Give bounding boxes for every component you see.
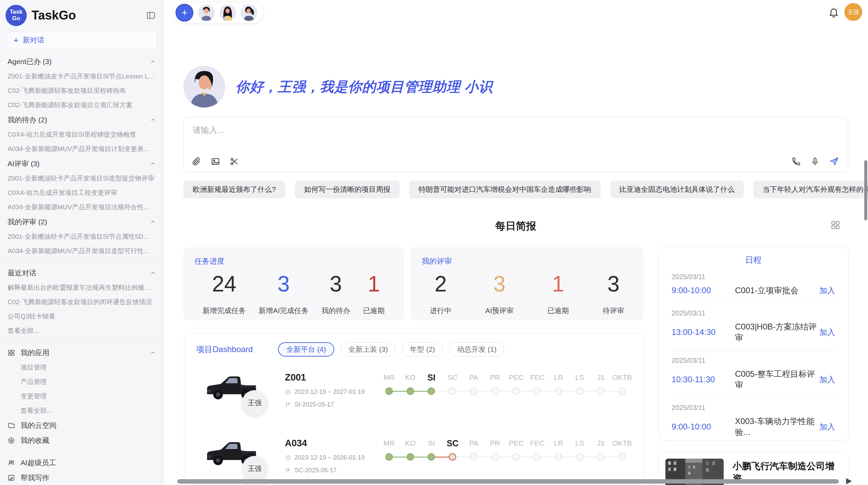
milestone-label: LR xyxy=(548,372,569,383)
chat-input[interactable] xyxy=(184,117,848,148)
sidebar-section-agent-done[interactable]: Agent已办 (3) xyxy=(0,54,164,69)
divider xyxy=(0,341,164,342)
sidebar-item[interactable]: A034-全新新能源MUV产品开发项目造型可行性评审 xyxy=(0,244,164,258)
sidebar-item[interactable]: C0X4-动力总成开发项目工程变更评审 xyxy=(0,186,164,200)
notifications-button[interactable] xyxy=(828,7,839,18)
dashboard-title: 项目Dashboard xyxy=(196,344,253,355)
sidebar-item[interactable]: 解释最新出台的欧盟报废车法规再生塑料比例被调至15%... xyxy=(0,281,164,295)
sidebar-app-item[interactable]: 项目管理 xyxy=(0,360,164,375)
assistant-avatar xyxy=(183,66,225,108)
milestone-label: PA xyxy=(463,437,484,449)
paperclip-icon xyxy=(192,157,201,166)
image-upload-button[interactable] xyxy=(211,157,220,166)
tab-new-body[interactable]: 全新上装 (3) xyxy=(340,342,396,357)
suggestion-chip[interactable]: 当下年轻人对汽车外观有怎样的喜好趋势 xyxy=(754,181,868,198)
join-link[interactable]: 加入 xyxy=(819,422,835,432)
snippet-button[interactable] xyxy=(230,157,239,166)
chevron-up-icon xyxy=(150,117,156,123)
dashboard-header: 项目Dashboard 全新平台 (4) 全新上装 (3) 年型 (2) 动总开… xyxy=(184,333,643,357)
milestone-dot xyxy=(463,453,484,461)
user-avatar[interactable]: 王强 xyxy=(844,3,862,21)
horizontal-scrollbar[interactable] xyxy=(177,479,839,484)
suggestion-chip[interactable]: 特朗普可能对进口汽车增税会对中国车企造成哪些影响 xyxy=(409,181,601,198)
event-title: C001-立项审批会 xyxy=(735,285,819,296)
stat-value: 3 xyxy=(322,273,350,296)
sidebar-item[interactable]: Z001-全新燃油轻卡产品开发项目SI造型提交物评审 xyxy=(0,171,164,186)
schedule-title: 日程 xyxy=(659,254,848,265)
chevron-up-icon xyxy=(150,219,156,225)
sidebar-item[interactable]: A034-全新新能源MUV产品开发项目计划变更表编写 xyxy=(0,142,164,156)
milestone-dot xyxy=(527,387,548,395)
sidebar-item-ai-employee[interactable]: AI超级员工 xyxy=(0,455,164,470)
sidebar-item-favorites[interactable]: 我的收藏 xyxy=(0,433,164,448)
my-review-card: 我的评审 2进行中 3AI预评审 1已逾期 3待评审 xyxy=(411,247,643,320)
suggestion-chip[interactable]: 比亚迪全固态电池计划具体说了什么 xyxy=(610,181,744,198)
member-avatar[interactable] xyxy=(198,4,215,21)
milestone-dot xyxy=(569,453,590,461)
milestone-dot-done xyxy=(421,453,442,461)
sidebar-item[interactable]: C0X4-动力总成开发项目SI里程碑提交物检查 xyxy=(0,127,164,142)
stat: 2进行中 xyxy=(430,273,451,315)
sidebar-section-my-todo[interactable]: 我的待办 (2) xyxy=(0,112,164,127)
milestone-label: OKTB xyxy=(612,437,633,449)
sidebar-app-item[interactable]: 变更管理 xyxy=(0,389,164,403)
sidebar-collapse-button[interactable] xyxy=(146,10,156,21)
briefing-layout-button[interactable] xyxy=(830,220,841,230)
voice-call-button[interactable] xyxy=(792,157,801,166)
project-image: 王强 xyxy=(204,368,270,420)
ai-employee-label: AI超级员工 xyxy=(21,458,56,468)
new-chat-button[interactable]: + 新对话 xyxy=(7,32,157,49)
bell-icon xyxy=(828,7,839,18)
help-write-label: 帮我写作 xyxy=(21,473,49,483)
vertical-scrollbar[interactable] xyxy=(864,160,867,220)
sidebar-section-recent-chats[interactable]: 最近对话 xyxy=(0,265,164,281)
sidebar-item[interactable]: C02-飞腾新能源轻客改款项目里程碑画布 xyxy=(0,84,164,98)
milestone-dot xyxy=(484,453,506,461)
sidebar-item-cloud-space[interactable]: 我的云空间 xyxy=(0,418,164,433)
event-date: 2025/03/11 xyxy=(672,309,835,317)
sidebar-item-help-write[interactable]: 帮我写作 xyxy=(0,470,164,485)
tab-year-model[interactable]: 年型 (2) xyxy=(402,342,443,357)
milestone-dot xyxy=(442,387,463,395)
mic-button[interactable] xyxy=(810,157,820,166)
sidebar-app-item[interactable]: 产品管理 xyxy=(0,375,164,389)
sidebar-app-item-view-all[interactable]: 查看全部... xyxy=(0,403,164,418)
member-avatar[interactable] xyxy=(241,4,257,21)
sidebar-section-ai-review[interactable]: AI评审 (3) xyxy=(0,156,164,171)
stat-label: 已逾期 xyxy=(363,306,385,315)
join-link[interactable]: 加入 xyxy=(819,327,835,338)
join-link[interactable]: 加入 xyxy=(819,374,835,385)
add-member-button[interactable]: + xyxy=(176,4,193,22)
attach-button[interactable] xyxy=(192,157,201,166)
join-link[interactable]: 加入 xyxy=(819,285,835,296)
phone-icon xyxy=(792,157,801,166)
tab-new-platform[interactable]: 全新平台 (4) xyxy=(278,342,334,357)
send-button[interactable] xyxy=(829,157,839,166)
milestone-dot-done xyxy=(400,453,421,461)
milestone-dot xyxy=(484,387,506,395)
milestone-label: LS xyxy=(569,437,590,449)
sidebar-item-view-all[interactable]: 查看全部... xyxy=(0,324,164,338)
sidebar-header: Task Go TaskGo xyxy=(0,0,164,29)
sidebar-item[interactable]: C02-飞腾新能源轻客改款项目的闭环通告反馈情况 xyxy=(0,295,164,309)
suggestion-chip[interactable]: 欧洲新规最近颁布了什么? xyxy=(183,181,285,198)
clock-icon xyxy=(285,455,291,461)
suggestion-chip[interactable]: 如何写一份清晰的项目周报 xyxy=(295,181,400,198)
send-icon xyxy=(829,157,839,166)
tab-powertrain[interactable]: 动总开发 (1) xyxy=(449,342,505,357)
sidebar-item[interactable]: Z001-全新燃油轻卡产品开发项目SI节点属性5D文件评审 xyxy=(0,229,164,244)
milestone-label: SC xyxy=(442,372,463,383)
member-avatar[interactable] xyxy=(219,4,236,21)
sidebar-item[interactable]: 公司Q3轻卡销量 xyxy=(0,309,164,324)
sidebar-item[interactable]: Z001-全新燃油皮卡产品开发项目SI节点Lesson Learn报告 xyxy=(0,69,164,84)
project-row[interactable]: 王强 Z001 2023-12-19 ~ 2027-01-19 SI-2025-… xyxy=(184,368,643,422)
sidebar-section-my-apps[interactable]: 我的应用 xyxy=(0,345,164,360)
sidebar-item[interactable]: C02-飞腾新能源轻客改款项目立项汇报方案 xyxy=(0,98,164,112)
sidebar-item[interactable]: A034-全新新能源MUV产品开发项目法规符合性评审 xyxy=(0,200,164,214)
card-title: 我的评审 xyxy=(422,256,632,266)
stat-label: AI预评审 xyxy=(485,306,514,315)
scroll-right-arrow[interactable] xyxy=(846,478,852,484)
sidebar-section-my-review[interactable]: 我的评审 (2) xyxy=(0,214,164,229)
input-tools-left xyxy=(192,157,239,166)
milestone-label: PR xyxy=(484,437,506,449)
